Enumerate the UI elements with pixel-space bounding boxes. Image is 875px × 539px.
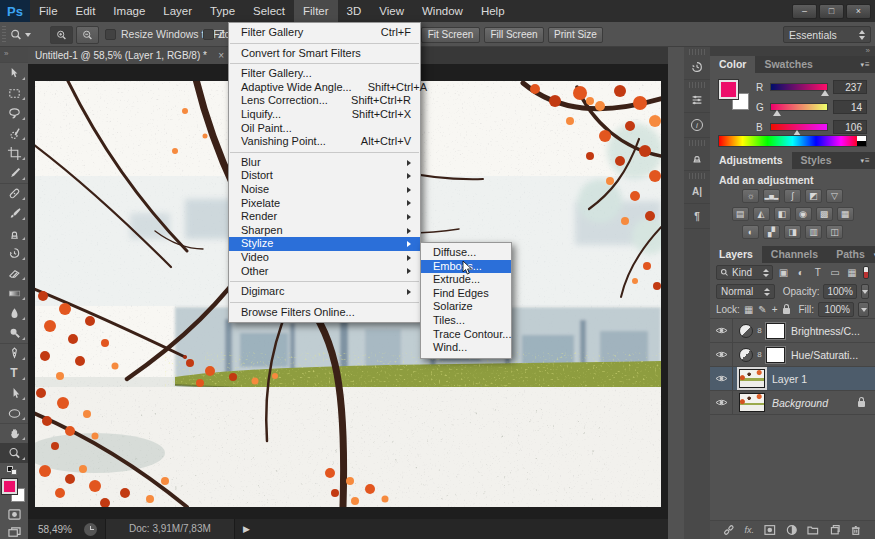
tools-collapse-icon[interactable]: » (0, 47, 28, 63)
layer-filter-toggle[interactable] (863, 266, 869, 279)
tool-eraser[interactable] (0, 263, 28, 283)
menu-item-stylize[interactable]: Stylize (229, 237, 420, 251)
workspace-switcher[interactable]: Essentials (783, 26, 871, 43)
filter-pixel-layers-icon[interactable]: ▣ (777, 267, 790, 278)
menu-item-other[interactable]: Other (229, 265, 420, 279)
tool-spot-healing-brush[interactable] (0, 183, 28, 203)
layer-thumbnail[interactable] (739, 393, 765, 412)
vibrance-icon[interactable]: ▽ (826, 189, 843, 203)
menu-item-blur[interactable]: Blur (229, 156, 420, 170)
document-tab[interactable]: Untitled-1 @ 58,5% (Layer 1, RGB/8) * × (28, 47, 232, 64)
resize-windows-checkbox[interactable] (105, 29, 116, 40)
menu-item-pixelate[interactable]: Pixelate (229, 197, 420, 211)
tool-crop[interactable] (0, 143, 28, 163)
tool-horizontal-type[interactable]: T (0, 363, 28, 383)
options-bar-grip[interactable] (2, 26, 6, 43)
menu-image[interactable]: Image (104, 0, 154, 22)
filter-shape-layers-icon[interactable]: ▭ (828, 267, 841, 278)
tool-ellipse-shape[interactable] (0, 403, 28, 423)
layer-mask-thumbnail[interactable] (766, 323, 785, 339)
red-value-field[interactable]: 237 (833, 80, 867, 94)
tab-paths[interactable]: Paths (827, 246, 874, 263)
layer-name[interactable]: Brightness/C... (791, 325, 860, 337)
layer-filter-kind-dropdown[interactable]: Kind (716, 265, 773, 280)
filter-adjustment-layers-icon[interactable]: ◐ (794, 267, 807, 278)
tab-styles[interactable]: Styles (792, 152, 841, 169)
layer-mask-thumbnail[interactable] (766, 347, 785, 363)
red-slider-thumb[interactable] (821, 90, 829, 96)
opacity-value-field[interactable]: 100% (823, 284, 857, 299)
zoom-level-field[interactable]: 58,49% (28, 524, 84, 535)
submenu-item-tiles[interactable]: Tiles... (421, 314, 511, 328)
opacity-dropdown-icon[interactable] (861, 284, 869, 299)
tool-quick-selection[interactable] (0, 123, 28, 143)
foreground-color-swatch[interactable] (2, 479, 17, 494)
color-lookup-icon[interactable]: ▦ (837, 207, 854, 221)
menu-item-sharpen[interactable]: Sharpen (229, 224, 420, 238)
delete-layer-icon[interactable] (850, 524, 862, 536)
foreground-color-swatch[interactable] (719, 80, 738, 99)
menu-window[interactable]: Window (413, 0, 472, 22)
screen-mode-button[interactable] (0, 523, 28, 539)
tool-history-brush[interactable] (0, 243, 28, 263)
submenu-item-diffuse[interactable]: Diffuse... (421, 246, 511, 260)
tab-swatches[interactable]: Swatches (755, 56, 821, 73)
minimize-button[interactable]: – (792, 4, 817, 19)
green-slider[interactable] (770, 103, 828, 111)
layer-row-layer1[interactable]: Layer 1 (710, 367, 875, 391)
layer-row-hue-saturation[interactable]: 8 Hue/Saturati... (710, 343, 875, 367)
color-spectrum-ramp[interactable] (718, 135, 867, 147)
submenu-item-solarize[interactable]: Solarize (421, 300, 511, 314)
menu-edit[interactable]: Edit (67, 0, 105, 22)
clone-source-panel-icon[interactable] (684, 146, 710, 171)
submenu-item-trace-contour[interactable]: Trace Contour... (421, 328, 511, 342)
visibility-eye-icon[interactable] (710, 367, 733, 390)
tool-lasso[interactable] (0, 103, 28, 123)
menu-item-render[interactable]: Render (229, 210, 420, 224)
filter-type-layers-icon[interactable]: T (811, 267, 824, 278)
panel-menu-icon[interactable]: ▾≡ (855, 152, 875, 169)
link-layers-icon[interactable] (723, 524, 735, 536)
adjustment-layer-icon[interactable] (739, 348, 753, 362)
quick-mask-button[interactable] (0, 505, 28, 523)
tool-brush[interactable] (0, 203, 28, 223)
layer-thumbnail[interactable] (739, 369, 765, 388)
close-button[interactable]: × (846, 4, 871, 19)
menu-item-oil-paint[interactable]: Oil Paint... (229, 122, 420, 136)
tool-zoom[interactable] (0, 443, 28, 463)
gradient-map-icon[interactable]: ▥ (805, 225, 822, 239)
channel-mixer-icon[interactable]: ▩ (816, 207, 833, 221)
fit-screen-button[interactable]: Fit Screen (421, 27, 480, 43)
lock-position-icon[interactable]: + (772, 304, 778, 315)
character-panel-icon[interactable]: A| (684, 179, 710, 204)
layer-name[interactable]: Hue/Saturati... (791, 349, 858, 361)
menu-file[interactable]: File (30, 0, 67, 22)
tab-adjustments[interactable]: Adjustments (710, 152, 792, 169)
curves-icon[interactable]: ʃ (784, 189, 801, 203)
fill-value-field[interactable]: 100% (818, 302, 854, 317)
white-black-ramp[interactable] (857, 136, 866, 146)
menu-item-vanishing-point[interactable]: Vanishing Point...Alt+Ctrl+V (229, 135, 420, 149)
paragraph-panel-icon[interactable]: ¶ (684, 204, 710, 229)
tab-color[interactable]: Color (710, 56, 755, 73)
menu-item-digimarc[interactable]: Digimarc (229, 285, 420, 299)
menu-select[interactable]: Select (244, 0, 294, 22)
menu-item-video[interactable]: Video (229, 251, 420, 265)
black-white-icon[interactable]: ◧ (774, 207, 791, 221)
history-panel-icon[interactable] (684, 55, 710, 80)
threshold-icon[interactable]: ◨ (784, 225, 801, 239)
exposure-icon[interactable]: ◩ (805, 189, 822, 203)
tool-path-selection[interactable] (0, 383, 28, 403)
menu-item-distort[interactable]: Distort (229, 169, 420, 183)
default-swatches-icon[interactable] (7, 466, 21, 476)
blend-mode-dropdown[interactable]: Normal (716, 284, 775, 299)
panel-menu-icon[interactable]: ▾≡ (855, 56, 875, 73)
filter-smart-objects-icon[interactable]: ▦ (846, 267, 859, 278)
brightness-contrast-icon[interactable]: ☼ (742, 189, 759, 203)
visibility-eye-icon[interactable] (710, 319, 733, 342)
hue-saturation-icon[interactable]: ▤ (732, 207, 749, 221)
tab-channels[interactable]: Channels (762, 246, 827, 263)
menu-item-filter-gallery-repeat[interactable]: Filter GalleryCtrl+F (229, 26, 420, 40)
tool-gradient[interactable] (0, 283, 28, 303)
tool-clone-stamp[interactable] (0, 223, 28, 243)
